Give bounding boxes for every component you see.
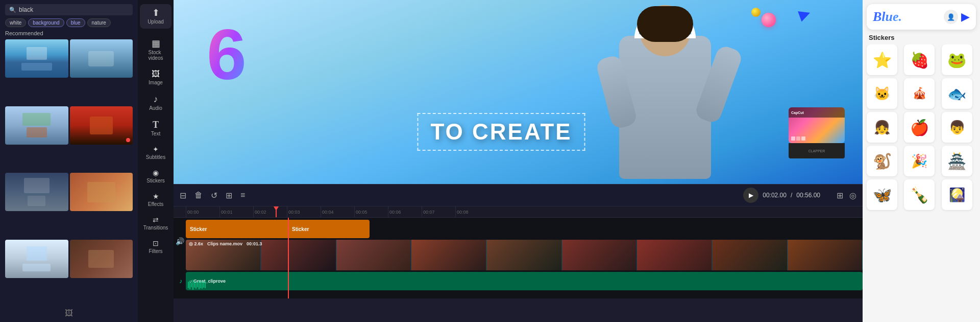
effects-icon: ★	[153, 193, 159, 200]
clip-time: 00:01.3	[247, 241, 262, 246]
wave-7	[197, 282, 198, 287]
media-thumb-6[interactable]	[70, 173, 133, 211]
zoom-icon[interactable]: ◎	[849, 191, 856, 200]
upload-icon: ⬆	[152, 8, 160, 17]
undo-icon[interactable]: ↺	[211, 191, 217, 200]
image-bottom-icon[interactable]: 🖼	[65, 309, 73, 318]
stock-videos-icon: ▦	[152, 39, 160, 48]
filters-button[interactable]: ⊡ Filters	[140, 236, 172, 258]
media-thumb-7[interactable]	[5, 240, 68, 278]
merge-icon[interactable]: ≡	[240, 191, 245, 200]
vid-thumb-2	[261, 240, 336, 270]
crop-icon[interactable]: ⊞	[226, 191, 232, 200]
sticker-strawberry[interactable]: 🍓	[904, 44, 935, 75]
effects-label: Effects	[148, 201, 163, 207]
total-time: 00:56.00	[796, 192, 820, 199]
audio-track-side: ♪	[176, 278, 186, 285]
sticker-clip-1[interactable]: Sticker	[186, 220, 298, 238]
upload-button[interactable]: ⬆ Upload	[140, 4, 172, 29]
svg-text:6: 6	[207, 14, 247, 95]
mark-4: 00:04	[321, 206, 354, 217]
filters-icon: ⊡	[153, 240, 159, 247]
video-track-content: ◎ 2.6x Clips name.mov 00:01.3	[186, 240, 863, 270]
wave-11	[203, 282, 204, 288]
filters-label: Filters	[149, 248, 162, 254]
delete-icon[interactable]: 🗑	[194, 191, 203, 200]
volume-icon[interactable]: 🔊	[176, 237, 184, 245]
sticker-label-2: Sticker	[292, 226, 309, 232]
image-button[interactable]: 🖼 Image	[140, 66, 172, 89]
audio-label: Audio	[149, 105, 162, 111]
wave-10	[202, 281, 203, 289]
text-button[interactable]: T Text	[140, 116, 172, 141]
media-thumb-5[interactable]	[5, 173, 68, 211]
to-create-selection[interactable]: TO CREATE	[417, 113, 585, 151]
logo-card: Blue. 👤 ▶	[867, 4, 976, 30]
right-arrow-icon: ▶	[961, 10, 970, 24]
stickers-button[interactable]: ◉ Stickers	[140, 165, 172, 188]
media-thumb-4[interactable]	[70, 106, 133, 145]
tag-white[interactable]: white	[5, 18, 26, 27]
sticker-track-row: Sticker Sticker	[176, 220, 863, 238]
sticker-monkey[interactable]: 🐒	[867, 146, 897, 176]
tool-panel: ⬆ Upload ▦ Stockvideos 🖼 Image ♪ Audio T…	[138, 0, 174, 322]
tag-nature[interactable]: nature	[87, 18, 111, 27]
sticker-apple[interactable]: 🍎	[904, 112, 935, 143]
sticker-bottle[interactable]: 🍾	[904, 179, 935, 210]
sticker-girl-1[interactable]: 👧	[867, 112, 897, 143]
mark-6: 00:06	[388, 206, 422, 217]
sticker-label-1: Sticker	[190, 226, 207, 232]
media-thumb-2[interactable]	[70, 39, 133, 78]
transitions-button[interactable]: ⇄ Transitions	[140, 212, 172, 235]
mark-5: 00:05	[354, 206, 388, 217]
sticker-celebration[interactable]: 🎉	[904, 146, 935, 176]
wave-2	[189, 281, 190, 289]
play-button[interactable]: ▶	[743, 188, 758, 203]
sticker-track-content: Sticker Sticker	[186, 220, 863, 238]
user-avatar[interactable]: 👤	[944, 10, 958, 24]
sticker-fish[interactable]: 🐟	[942, 78, 972, 109]
float-pink-ball	[762, 13, 776, 27]
effects-button[interactable]: ★ Effects	[140, 189, 172, 211]
sticker-butterfly[interactable]: 🦋	[867, 179, 897, 210]
audio-side-icon: ♪	[179, 278, 182, 285]
audio-track-row: ♪ ♪ Great_cliprove	[176, 272, 863, 290]
toolbar-right: ⊞ ◎	[837, 191, 856, 200]
sticker-boy[interactable]: 👦	[942, 112, 972, 143]
playhead[interactable]	[276, 206, 277, 217]
sticker-temple[interactable]: 🏯	[942, 146, 972, 176]
time-separator: /	[791, 192, 792, 199]
video-clip[interactable]: ◎ 2.6x Clips name.mov 00:01.3	[186, 240, 863, 270]
vid-thumb-7	[637, 240, 712, 270]
logo-actions: 👤 ▶	[944, 10, 970, 24]
editor-area: 6	[174, 0, 863, 322]
tag-blue[interactable]: blue	[66, 18, 85, 27]
sidebar-bottom: 🖼	[0, 305, 138, 322]
audio-clip[interactable]: ♪ Great_cliprove	[186, 272, 863, 290]
sticker-cat-blue[interactable]: 🐱	[867, 78, 897, 109]
sticker-frog[interactable]: 🐸	[942, 44, 972, 75]
sticker-festival[interactable]: 🎑	[942, 179, 972, 210]
search-input[interactable]: black	[19, 6, 129, 13]
stock-videos-button[interactable]: ▦ Stockvideos	[140, 35, 172, 65]
media-thumb-8[interactable]	[70, 240, 133, 278]
split-icon[interactable]: ⊟	[180, 191, 186, 200]
audio-icon: ♪	[154, 95, 158, 104]
media-grid	[0, 39, 138, 305]
sticker-star[interactable]: ⭐	[867, 44, 897, 75]
tag-background[interactable]: background	[28, 18, 64, 27]
media-thumb-3[interactable]	[5, 106, 68, 145]
vid-thumb-4	[411, 240, 486, 270]
clip-name: Clips name.mov	[207, 241, 242, 246]
audio-button[interactable]: ♪ Audio	[140, 90, 172, 115]
subtitles-button[interactable]: ✦ Subtitles	[140, 142, 172, 164]
sticker-clip-2[interactable]: Sticker	[288, 220, 370, 238]
play-icon: ▶	[749, 192, 753, 199]
clapperboard: CapCut CLAPPER	[789, 107, 845, 158]
mark-8: 00:08	[455, 206, 489, 217]
sticker-circus[interactable]: 🎪	[904, 78, 935, 109]
fullscreen-icon[interactable]: ⊞	[837, 191, 843, 200]
text-icon: T	[153, 120, 159, 129]
media-thumb-1[interactable]	[5, 39, 68, 78]
subtitles-label: Subtitles	[146, 154, 165, 160]
